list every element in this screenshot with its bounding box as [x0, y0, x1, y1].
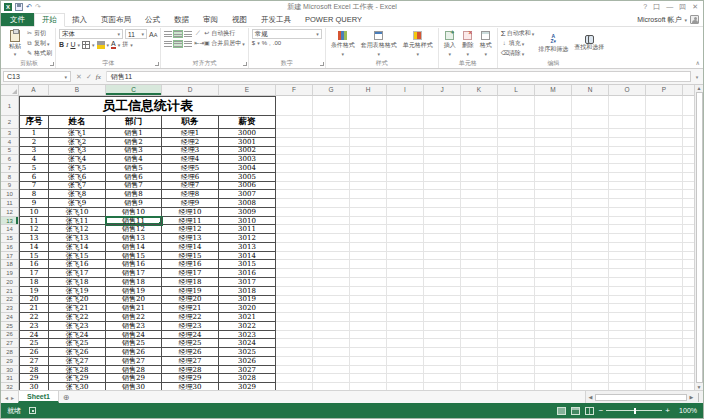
ribbon-tab-9[interactable]: POWER QUERY	[298, 13, 369, 26]
cell-I5[interactable]	[387, 147, 424, 156]
cell-B17[interactable]: 张飞15	[49, 252, 106, 261]
cell-F29[interactable]	[276, 357, 313, 366]
dialog-launcher-icon[interactable]	[320, 62, 324, 66]
insert-cells-button[interactable]: 插入 ▾	[442, 31, 458, 57]
cell-E8[interactable]: 3005	[219, 173, 276, 182]
cell-Q7[interactable]	[683, 164, 694, 173]
cell-M27[interactable]	[535, 339, 572, 348]
cell-C29[interactable]: 销售27	[106, 357, 162, 366]
cell-G22[interactable]	[313, 296, 350, 305]
cell-Q17[interactable]	[683, 252, 694, 261]
cell-E31[interactable]: 3028	[219, 374, 276, 383]
cell-A15[interactable]: 13	[19, 234, 49, 243]
cell-D8[interactable]: 经理6	[162, 173, 219, 182]
cell-N18[interactable]	[572, 260, 609, 269]
cell-J21[interactable]	[424, 287, 461, 296]
cell-B15[interactable]: 张飞13	[49, 234, 106, 243]
cell-J2[interactable]	[424, 116, 461, 129]
cell-H26[interactable]	[350, 331, 387, 340]
cell-I9[interactable]	[387, 182, 424, 191]
cell-G2[interactable]	[313, 116, 350, 129]
cell-P26[interactable]	[646, 331, 683, 340]
cell-C6[interactable]: 销售4	[106, 155, 162, 164]
row-header-23[interactable]: 23	[1, 304, 19, 313]
row-header-1[interactable]: 1	[1, 96, 19, 116]
cell-K7[interactable]	[461, 164, 498, 173]
cell-N1[interactable]	[572, 96, 609, 116]
cell-N11[interactable]	[572, 199, 609, 208]
cell-J7[interactable]	[424, 164, 461, 173]
cell-F7[interactable]	[276, 164, 313, 173]
cell-M25[interactable]	[535, 322, 572, 331]
zoom-level[interactable]: 100%	[675, 407, 697, 414]
vertical-scrollbar[interactable]: ▲ ▼	[694, 85, 703, 390]
cell-M18[interactable]	[535, 260, 572, 269]
cell-D12[interactable]: 经理10	[162, 208, 219, 217]
close-button[interactable]: ✕	[692, 2, 698, 12]
page-layout-view-icon[interactable]	[571, 407, 580, 415]
row-header-27[interactable]: 27	[1, 339, 19, 348]
cell-E28[interactable]: 3025	[219, 348, 276, 357]
cell-M16[interactable]	[535, 243, 572, 252]
cell-B18[interactable]: 张飞16	[49, 260, 106, 269]
paste-button[interactable]: 粘贴 ▾	[6, 30, 24, 57]
cell-E29[interactable]: 3026	[219, 357, 276, 366]
column-header-N[interactable]: N	[572, 85, 609, 96]
cell-M14[interactable]	[535, 225, 572, 234]
cell-H22[interactable]	[350, 296, 387, 305]
cell-D18[interactable]: 经理16	[162, 260, 219, 269]
cut-button[interactable]: ✂剪切	[26, 29, 52, 38]
column-header-G[interactable]: G	[313, 85, 350, 96]
cell-K6[interactable]	[461, 155, 498, 164]
cell-A25[interactable]: 23	[19, 322, 49, 331]
cell-F1[interactable]	[276, 96, 313, 116]
cell-E25[interactable]: 3022	[219, 322, 276, 331]
prev-sheet-icon[interactable]: ◂	[5, 394, 8, 401]
copy-button[interactable]: ⧉复制▾	[26, 39, 52, 48]
cell-C22[interactable]: 销售20	[106, 296, 162, 305]
cell-D2[interactable]: 职务	[162, 116, 219, 129]
cell-O31[interactable]	[609, 374, 646, 383]
cell-C32[interactable]: 销售30	[106, 383, 162, 390]
cell-C12[interactable]: 销售10	[106, 208, 162, 217]
cell-J4[interactable]	[424, 138, 461, 147]
cell-H28[interactable]	[350, 348, 387, 357]
cell-D6[interactable]: 经理4	[162, 155, 219, 164]
cell-H21[interactable]	[350, 287, 387, 296]
cell-M31[interactable]	[535, 374, 572, 383]
cell-E10[interactable]: 3007	[219, 190, 276, 199]
cell-I23[interactable]	[387, 304, 424, 313]
column-header-P[interactable]: P	[646, 85, 683, 96]
cell-I1[interactable]	[387, 96, 424, 116]
cell-K5[interactable]	[461, 147, 498, 156]
cell-A23[interactable]: 21	[19, 304, 49, 313]
cell-C5[interactable]: 销售3	[106, 147, 162, 156]
cell-Q8[interactable]	[683, 173, 694, 182]
cell-C14[interactable]: 销售12	[106, 225, 162, 234]
cell-A14[interactable]: 12	[19, 225, 49, 234]
row-header-3[interactable]: 3	[1, 129, 19, 138]
cell-A12[interactable]: 10	[19, 208, 49, 217]
cell-Q15[interactable]	[683, 234, 694, 243]
cell-L9[interactable]	[498, 182, 535, 191]
cell-E20[interactable]: 3017	[219, 278, 276, 287]
cell-H20[interactable]	[350, 278, 387, 287]
cell-E23[interactable]: 3020	[219, 304, 276, 313]
clear-button[interactable]: ⌫清除▾	[501, 49, 534, 58]
cell-O13[interactable]	[609, 217, 646, 226]
cell-P8[interactable]	[646, 173, 683, 182]
cell-B29[interactable]: 张飞27	[49, 357, 106, 366]
cell-A26[interactable]: 24	[19, 331, 49, 340]
cell-O11[interactable]	[609, 199, 646, 208]
cell-O7[interactable]	[609, 164, 646, 173]
cell-F31[interactable]	[276, 374, 313, 383]
column-header-J[interactable]: J	[424, 85, 461, 96]
cell-E17[interactable]: 3014	[219, 252, 276, 261]
cell-F12[interactable]	[276, 208, 313, 217]
cell-H3[interactable]	[350, 129, 387, 138]
cell-K16[interactable]	[461, 243, 498, 252]
cell-A3[interactable]: 1	[19, 129, 49, 138]
cell-A21[interactable]: 19	[19, 287, 49, 296]
cell-B14[interactable]: 张飞12	[49, 225, 106, 234]
wrap-text-button[interactable]: ↩自动换行	[203, 29, 235, 38]
